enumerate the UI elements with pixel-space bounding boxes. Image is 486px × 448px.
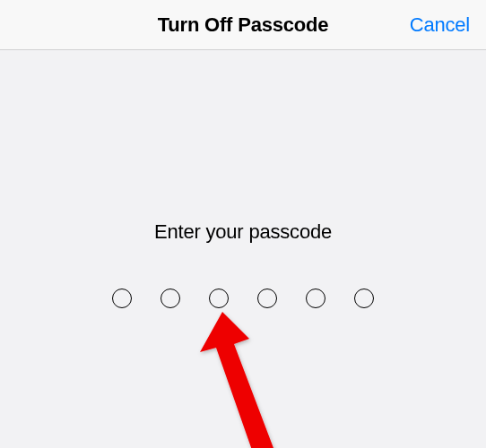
passcode-dot-5 [306, 289, 325, 308]
navigation-bar: Turn Off Passcode Cancel [0, 0, 486, 50]
page-title: Turn Off Passcode [158, 13, 329, 37]
svg-marker-0 [200, 312, 276, 448]
passcode-dot-1 [112, 289, 132, 308]
annotation-arrow-icon [191, 312, 299, 448]
passcode-dot-3 [209, 289, 229, 308]
passcode-dot-2 [161, 289, 180, 308]
passcode-prompt: Enter your passcode [154, 220, 332, 244]
content-area: Enter your passcode [0, 50, 486, 308]
cancel-button[interactable]: Cancel [410, 13, 470, 37]
passcode-dot-4 [257, 289, 277, 308]
passcode-dot-6 [354, 289, 374, 308]
passcode-dots[interactable] [112, 289, 374, 308]
